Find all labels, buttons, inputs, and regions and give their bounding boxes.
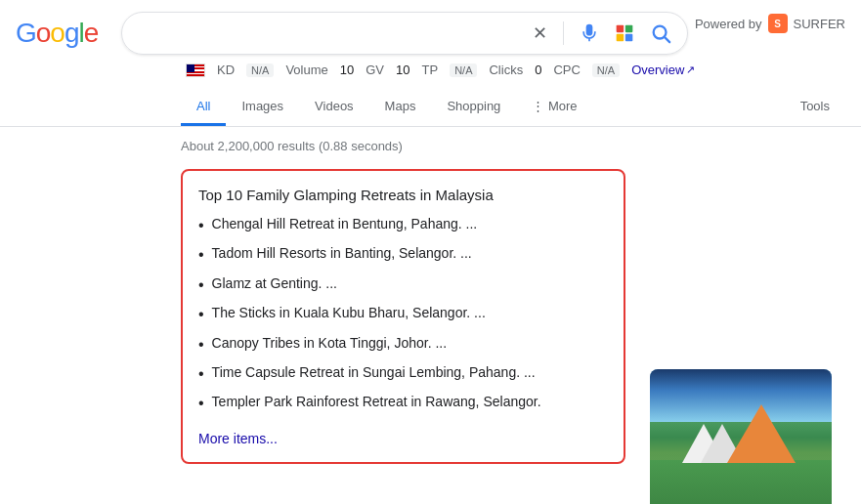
- result-image: [650, 369, 832, 504]
- kd-value: N/A: [246, 63, 274, 77]
- list-item: Tadom Hill Resorts in Banting, Selangor.…: [198, 244, 608, 266]
- logo-letter-o2: o: [50, 18, 65, 49]
- header: Google top 10 glamping malaysia ✕: [0, 0, 861, 55]
- more-items-link[interactable]: More items...: [198, 431, 278, 446]
- kd-label: KD: [217, 63, 235, 77]
- tab-maps[interactable]: Maps: [369, 89, 432, 126]
- tp-value: N/A: [450, 63, 477, 77]
- results-area: About 2,200,000 results (0.88 seconds) T…: [0, 127, 861, 464]
- search-submit-button[interactable]: [646, 19, 675, 48]
- list-item: Templer Park Rainforest Retreat in Rawan…: [198, 393, 608, 414]
- metrics-bar: KD N/A Volume 10 GV 10 TP N/A Clicks 0 C…: [0, 55, 861, 77]
- glamping-thumbnail: [650, 369, 832, 504]
- google-logo: Google: [16, 18, 98, 49]
- svg-rect-1: [617, 25, 624, 33]
- featured-snippet: Top 10 Family Glamping Retreats in Malay…: [181, 169, 625, 464]
- gv-value: 10: [396, 63, 409, 77]
- surfer-name-label: SURFER: [794, 17, 845, 31]
- logo-letter-g2: g: [65, 18, 79, 49]
- tab-images[interactable]: Images: [226, 89, 299, 126]
- list-item: Chengal Hill Retreat in Bentung, Pahang.…: [198, 215, 608, 236]
- overview-link[interactable]: Overview: [631, 63, 695, 77]
- divider: [563, 21, 564, 45]
- tab-videos[interactable]: Videos: [299, 89, 369, 126]
- search-bar[interactable]: top 10 glamping malaysia ✕: [121, 12, 688, 55]
- list-item: Glamz at Genting. ...: [198, 274, 608, 296]
- tab-more[interactable]: ⋮ More: [516, 89, 592, 126]
- svg-rect-2: [625, 25, 633, 33]
- clicks-value: 0: [535, 63, 541, 77]
- country-flag-icon: [186, 63, 205, 77]
- volume-label: Volume: [285, 63, 327, 77]
- clicks-label: Clicks: [489, 63, 523, 77]
- clear-button[interactable]: ✕: [529, 19, 551, 48]
- results-count: About 2,200,000 results (0.88 seconds): [181, 139, 845, 153]
- svg-line-6: [665, 37, 669, 42]
- tab-shopping[interactable]: Shopping: [431, 89, 516, 126]
- tp-label: TP: [422, 63, 439, 77]
- surfer-powered-label: Powered by: [695, 17, 762, 31]
- tab-all[interactable]: All: [181, 89, 226, 126]
- list-item: The Sticks in Kuala Kubu Bharu, Selangor…: [198, 304, 608, 325]
- tab-tools[interactable]: Tools: [785, 89, 845, 126]
- tabs-container: All Images Videos Maps Shopping ⋮ More T…: [0, 81, 861, 127]
- voice-search-icon[interactable]: [576, 20, 603, 47]
- logo-letter-o1: o: [36, 18, 51, 49]
- snippet-title: Top 10 Family Glamping Retreats in Malay…: [198, 187, 608, 203]
- cpc-label: CPC: [553, 63, 580, 77]
- svg-rect-3: [617, 34, 624, 42]
- logo-letter-g: G: [16, 18, 36, 49]
- search-input[interactable]: top 10 glamping malaysia: [134, 24, 521, 42]
- gv-label: GV: [366, 63, 384, 77]
- logo-letter-e: e: [84, 18, 99, 49]
- tent-orange-icon: [727, 404, 796, 463]
- lens-icon[interactable]: [611, 20, 638, 47]
- list-item: Canopy Tribes in Kota Tinggi, Johor. ...: [198, 334, 608, 356]
- volume-value: 10: [340, 63, 354, 77]
- surfer-badge: Powered by S SURFER: [695, 14, 845, 33]
- snippet-list: Chengal Hill Retreat in Bentung, Pahang.…: [198, 215, 608, 415]
- ground-layer: [650, 460, 832, 504]
- list-item: Time Capsule Retreat in Sungai Lembing, …: [198, 363, 608, 385]
- surfer-logo-icon: S: [768, 14, 788, 33]
- svg-rect-4: [625, 34, 633, 42]
- cpc-value: N/A: [592, 63, 620, 77]
